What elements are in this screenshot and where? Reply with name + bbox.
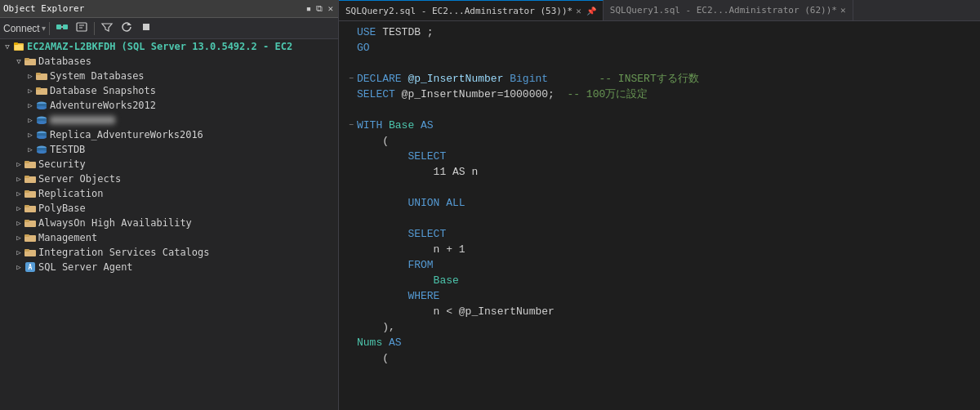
kw-as-1: AS (421, 118, 434, 133)
security-expand-icon: ▷ (13, 158, 24, 170)
fold-icon-12 (345, 195, 357, 211)
fold-icon-16 (345, 257, 357, 273)
db-snapshots-expand-icon: ▷ (24, 85, 36, 96)
kw-base: Base (382, 118, 421, 133)
tab-query2-close[interactable]: ✕ (576, 6, 581, 16)
replication-label: Replication (38, 188, 103, 199)
blurred-expand-icon: ▷ (24, 114, 36, 126)
db-snapshots-folder-icon (36, 86, 47, 96)
tree-item-testdb[interactable]: ▷ TESTDB (0, 142, 338, 157)
fold-icon-1 (345, 25, 357, 40)
tree-item-integration[interactable]: ▷ Integration Services Catalogs (0, 245, 338, 260)
code-line-6 (339, 102, 980, 118)
refresh-button[interactable] (118, 20, 136, 37)
code-line-13 (339, 211, 980, 226)
tree-item-management[interactable]: ▷ Management (0, 230, 338, 245)
adventureworks-label: AdventureWorks2012 (50, 100, 156, 111)
code-line-18: WHERE (339, 288, 980, 304)
tree-item-databases[interactable]: ▽ Databases (0, 54, 338, 69)
register-server-button[interactable] (73, 20, 91, 37)
polybase-expand-icon: ▷ (13, 203, 24, 214)
replica-expand-icon: ▷ (24, 129, 36, 140)
tree-item-system-dbs[interactable]: ▷ System Databases (0, 69, 338, 83)
tree-item-adventureworks[interactable]: ▷ AdventureWorks2012 (0, 98, 338, 113)
stop-button[interactable] (137, 20, 155, 37)
svg-point-25 (37, 136, 47, 139)
replica-db-icon (36, 130, 47, 140)
tree-item-alwayson[interactable]: ▷ AlwaysOn High Availability (0, 216, 338, 230)
fold-icon-15 (345, 242, 357, 257)
fold-icon-10 (345, 164, 357, 180)
svg-rect-42 (24, 249, 29, 252)
polybase-folder-icon (24, 203, 36, 213)
tree-item-replica-aw[interactable]: ▷ Replica_AdventureWorks2016 (0, 127, 338, 142)
connect-dropdown-icon: ▾ (42, 24, 46, 33)
fold-icon-5 (345, 87, 357, 102)
close-icon[interactable]: ✕ (326, 2, 335, 15)
svg-rect-0 (56, 25, 61, 29)
code-line-3 (339, 56, 980, 71)
kw-testdb: TESTDB ; (376, 25, 433, 40)
code-line-2: GO (339, 40, 980, 56)
disconnect-button[interactable] (53, 20, 71, 37)
code-line-1: USE TESTDB ; (339, 25, 980, 40)
tree-item-db-snapshots[interactable]: ▷ Database Snapshots (0, 83, 338, 98)
kw-declare: DECLARE (357, 71, 402, 87)
tab-query1-label: SQLQuery1.sql - EC2...Administrator (62)… (610, 5, 837, 16)
filter-button[interactable] (98, 20, 116, 37)
connect-button[interactable]: Connect ▾ (3, 23, 46, 34)
fold-icon-9 (345, 149, 357, 164)
float-icon[interactable]: ⧉ (314, 2, 324, 15)
tree-item-server[interactable]: ▽ EC2AMAZ-L2BKFDH (SQL Server 13.0.5492.… (0, 39, 338, 54)
code-line-22: ( (339, 350, 980, 366)
code-line-11 (339, 180, 980, 195)
svg-text:A: A (29, 264, 33, 271)
code-line-10: 11 AS n (339, 164, 980, 180)
fold-icon-18 (345, 288, 357, 304)
val-where-clause: n < @p_InsertNumber (357, 304, 555, 319)
tree-item-blurred[interactable]: ▷ (0, 113, 338, 127)
code-line-17: Base (339, 273, 980, 288)
toolbar-separator-2 (94, 22, 95, 35)
fold-icon-14 (345, 226, 357, 242)
editor-content[interactable]: USE TESTDB ; GO − DECLARE @p_InsertNumbe… (339, 21, 980, 410)
fold-icon-17 (345, 273, 357, 288)
tab-query1[interactable]: SQLQuery1.sql - EC2...Administrator (62)… (604, 0, 853, 20)
system-dbs-expand-icon: ▷ (24, 70, 36, 82)
code-line-16: FROM (339, 257, 980, 273)
kw-select-1: SELECT (357, 87, 395, 102)
svg-rect-30 (24, 161, 29, 163)
header-icons: ▪ ⧉ ✕ (305, 2, 335, 15)
fold-icon-8 (345, 133, 357, 149)
comment-100: -- 100万に設定 (555, 87, 648, 102)
kw-with: WITH (357, 118, 382, 133)
object-explorer-tree: ▽ EC2AMAZ-L2BKFDH (SQL Server 13.0.5492.… (0, 39, 338, 410)
svg-rect-34 (24, 190, 29, 193)
tree-item-replication[interactable]: ▷ Replication (0, 186, 338, 201)
object-explorer-toolbar: Connect ▾ (0, 18, 338, 39)
tree-item-security[interactable]: ▷ Security (0, 157, 338, 172)
tree-item-polybase[interactable]: ▷ PolyBase (0, 201, 338, 216)
tab-query2-pin[interactable]: 📌 (586, 7, 596, 16)
server-icon (13, 42, 24, 51)
kw-select-3: SELECT (357, 226, 446, 242)
fold-icon-21 (345, 335, 357, 350)
tree-item-server-objects[interactable]: ▷ Server Objects (0, 172, 338, 186)
pin-icon[interactable]: ▪ (305, 2, 314, 15)
server-objects-folder-icon (24, 174, 36, 184)
fold-icon-2 (345, 40, 357, 56)
kw-bigint: Bigint (510, 71, 548, 87)
management-folder-icon (24, 233, 36, 243)
adventureworks-db-icon (36, 100, 47, 110)
tab-query1-close[interactable]: ✕ (840, 5, 846, 16)
security-folder-icon (24, 159, 36, 169)
kw-use: USE (357, 25, 376, 40)
svg-rect-38 (24, 220, 29, 222)
integration-label: Integration Services Catalogs (38, 247, 210, 258)
tab-query2[interactable]: SQLQuery2.sql - EC2...Administrator (53)… (339, 0, 604, 20)
tab-query2-label: SQLQuery2.sql - EC2...Administrator (53)… (345, 6, 572, 16)
code-line-12: UNION ALL (339, 195, 980, 211)
tree-item-sql-agent[interactable]: ▷ A SQL Server Agent (0, 260, 338, 274)
alwayson-label: AlwaysOn High Availability (38, 217, 192, 229)
svg-rect-7 (143, 24, 149, 30)
